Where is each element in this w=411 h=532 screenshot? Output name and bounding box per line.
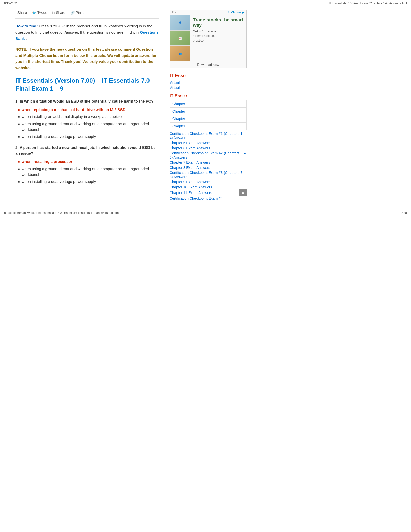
sidebar-link-9[interactable]: Chapter 11 Exam Answers [170,191,212,195]
sidebar-link-8[interactable]: Chapter 10 Exam Answers [170,185,247,189]
pinterest-share-link[interactable]: 🔗 Pin it [71,11,84,15]
answer-2-1: when installing a processor [18,159,159,165]
answer-1-4: when installing a dual-voltage power sup… [18,134,159,140]
ad-download-text: Download now [197,63,219,67]
sidebar-link-4[interactable]: Chapter 7 Exam Answers [170,160,247,164]
answer-1-4-text: when installing a dual-voltage power sup… [22,134,96,140]
article-title: IT Essentials (Version 7.00) – IT Essent… [15,77,159,95]
question-1-block: 1. In which situation would an ESD strik… [15,98,159,140]
question-2-block: 2. A person has started a new technical … [15,145,159,185]
ad-pre-label: Pre AdChoices ▶ [170,10,246,15]
ad-pre-text: Pre [172,11,176,14]
answer-2-3: when installing a dual-voltage power sup… [18,179,159,185]
chapter-cell-3[interactable]: Chapter [170,115,247,123]
ad-text-area: Trade stocks the smart way Get FREE eboo… [190,15,246,61]
ad-subtext2: a demo account to [193,34,244,38]
answer-1-3: when using a grounded mat and working on… [18,121,159,133]
question-1-answers: when replacing a mechanical hard drive w… [15,107,159,140]
answer-2-2-text: when using a grounded mat and working on… [22,166,159,178]
social-share-bar: f Share 🐦 Tweet in Share 🔗 Pin it [15,7,159,19]
footer-page: 2/38 [401,211,407,215]
sidebar: Pre AdChoices ▶ 👤 📈 👥 Trade stocks the s… [167,7,247,204]
question-1-text: 1. In which situation would an ESD strik… [15,98,159,104]
answer-1-3-text: when using a grounded mat and working on… [22,121,159,133]
note-block: NOTE: If you have the new question on th… [15,46,159,71]
ad-subtext1: Get FREE ebook + [193,30,244,33]
page-wrapper: f Share 🐦 Tweet in Share 🔗 Pin it How to… [0,7,411,204]
sidebar-link-1[interactable]: Chapter 5 Exam Answers [170,141,247,145]
sidebar-link-2[interactable]: Chapter 6 Exam Answers [170,146,247,150]
facebook-share-label: Share [17,11,27,15]
question-2-number: 2. [15,145,19,150]
sidebar-link-3[interactable]: Certification Checkpoint Exam #2 (Chapte… [170,151,247,159]
advertisement-block: Pre AdChoices ▶ 👤 📈 👥 Trade stocks the s… [170,10,247,68]
ad-images-column: 👤 📈 👥 [170,15,190,61]
facebook-icon: f [15,11,16,15]
question-1-body: In which situation would an ESD strike p… [20,99,154,103]
answer-2-1-text: when installing a processor [22,159,72,165]
twitter-share-label: Tweet [37,11,47,15]
how-to-find-label: How to find: [15,24,38,28]
ad-download-link[interactable]: Download now [170,61,246,68]
ad-content-area: 👤 📈 👥 Trade stocks the smart way Get FRE… [170,15,246,61]
ad-image-2: 📈 [170,31,190,45]
sidebar-section2-title: IT Esse s [170,93,247,98]
chapter-cell-2[interactable]: Chapter [170,108,247,115]
twitter-share-link[interactable]: 🐦 Tweet [32,11,47,15]
page-title: IT Essentials 7.0 Final Exam (Chapters 1… [329,2,407,5]
linkedin-share-label: in Share [52,11,65,15]
ad-image-1: 👤 [170,15,190,30]
sidebar-link-6[interactable]: Certification Checkpoint Exam #3 (Chapte… [170,171,247,179]
sidebar-link-7[interactable]: Chapter 9 Exam Answers [170,180,247,184]
linkedin-share-link[interactable]: in Share [52,11,65,15]
chapter-cell-4[interactable]: Chapter [170,123,247,130]
ad-headline: Trade stocks the smart way [193,17,244,28]
sidebar-virtual2-link[interactable]: Virtual . [170,86,247,90]
answer-1-2-text: when installing an additional display in… [22,114,122,120]
question-1-number: 1. [15,99,19,103]
sidebar-virtual1-link[interactable]: Virtual . [170,80,247,85]
sidebar-link-0[interactable]: Certification Checkpoint Exam #1 (Chapte… [170,132,247,140]
chapter-cell-1[interactable]: Chapter [170,100,247,108]
question-2-answers: when installing a processor when using a… [15,159,159,185]
sidebar-link-5[interactable]: Chapter 8 Exam Answers [170,166,247,170]
ad-image-3: 👥 [170,46,190,61]
sidebar-link-10[interactable]: Certification Checkpoint Exam #4 [170,196,247,200]
twitter-icon: 🐦 [32,11,36,15]
answer-1-2: when installing an additional display in… [18,114,159,120]
question-2-text: 2. A person has started a new technical … [15,145,159,156]
footer-url: https://itexamanswers.net/it-essentials-… [4,211,119,215]
answer-1-1: when replacing a mechanical hard drive w… [18,107,159,113]
sidebar-section1-title: IT Esse [170,73,247,78]
answer-2-3-text: when installing a dual-voltage power sup… [22,179,96,185]
how-to-find-end: . [26,36,27,41]
scroll-top-button[interactable]: ▲ [239,189,247,196]
answer-1-1-text: when replacing a mechanical hard drive w… [22,107,125,113]
how-to-find-block: How to find: Press "Ctrl + F" in the bro… [15,23,159,42]
chapter-table: Chapter Chapter Chapter Chapter [170,100,247,130]
ad-subtext3: practice [193,39,244,42]
pinterest-icon: 🔗 [71,11,75,15]
answer-2-2: when using a grounded mat and working on… [18,166,159,178]
question-2-body: A person has started a new technical job… [15,145,156,155]
top-bar: 8/12/2021 IT Essentials 7.0 Final Exam (… [0,0,411,7]
footer-bar: https://itexamanswers.net/it-essentials-… [0,209,411,216]
facebook-share-link[interactable]: f Share [15,11,27,15]
main-content: f Share 🐦 Tweet in Share 🔗 Pin it How to… [0,7,167,204]
pinterest-share-label: Pin it [76,11,84,15]
ad-choices-label: AdChoices ▶ [228,11,244,14]
date-label: 8/12/2021 [4,2,18,5]
